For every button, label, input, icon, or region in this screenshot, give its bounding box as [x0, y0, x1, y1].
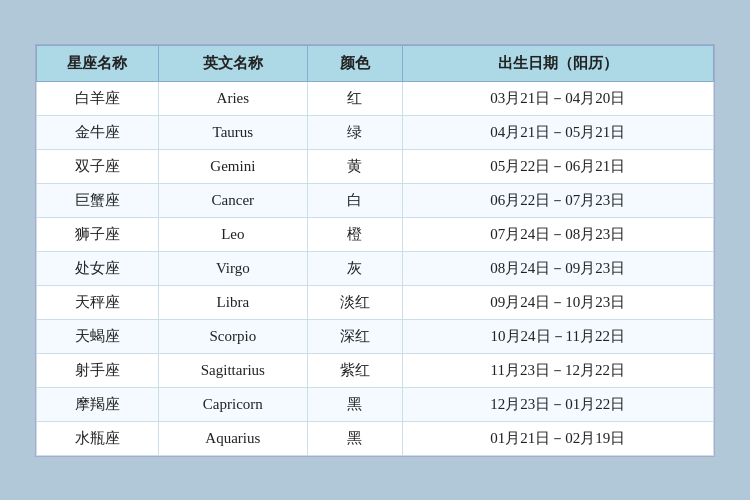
cell-zh: 水瓶座 [37, 421, 159, 455]
table-row: 巨蟹座Cancer白06月22日－07月23日 [37, 183, 714, 217]
cell-date: 08月24日－09月23日 [402, 251, 713, 285]
cell-zh: 摩羯座 [37, 387, 159, 421]
cell-en: Capricorn [158, 387, 307, 421]
cell-en: Taurus [158, 115, 307, 149]
cell-color: 黑 [307, 387, 402, 421]
cell-en: Cancer [158, 183, 307, 217]
cell-zh: 狮子座 [37, 217, 159, 251]
table-header-row: 星座名称 英文名称 颜色 出生日期（阳历） [37, 45, 714, 81]
cell-zh: 白羊座 [37, 81, 159, 115]
header-date: 出生日期（阳历） [402, 45, 713, 81]
table-row: 白羊座Aries红03月21日－04月20日 [37, 81, 714, 115]
cell-zh: 天秤座 [37, 285, 159, 319]
header-en: 英文名称 [158, 45, 307, 81]
cell-color: 红 [307, 81, 402, 115]
cell-color: 白 [307, 183, 402, 217]
table-row: 处女座Virgo灰08月24日－09月23日 [37, 251, 714, 285]
cell-date: 12月23日－01月22日 [402, 387, 713, 421]
table-row: 金牛座Taurus绿04月21日－05月21日 [37, 115, 714, 149]
cell-en: Virgo [158, 251, 307, 285]
zodiac-table: 星座名称 英文名称 颜色 出生日期（阳历） 白羊座Aries红03月21日－04… [36, 45, 714, 456]
cell-zh: 处女座 [37, 251, 159, 285]
cell-en: Aries [158, 81, 307, 115]
table-row: 天秤座Libra淡红09月24日－10月23日 [37, 285, 714, 319]
cell-date: 10月24日－11月22日 [402, 319, 713, 353]
zodiac-table-container: 星座名称 英文名称 颜色 出生日期（阳历） 白羊座Aries红03月21日－04… [35, 44, 715, 457]
cell-en: Aquarius [158, 421, 307, 455]
cell-color: 橙 [307, 217, 402, 251]
cell-date: 04月21日－05月21日 [402, 115, 713, 149]
cell-en: Sagittarius [158, 353, 307, 387]
cell-zh: 金牛座 [37, 115, 159, 149]
table-row: 双子座Gemini黄05月22日－06月21日 [37, 149, 714, 183]
cell-color: 绿 [307, 115, 402, 149]
cell-date: 07月24日－08月23日 [402, 217, 713, 251]
cell-color: 深红 [307, 319, 402, 353]
cell-color: 淡红 [307, 285, 402, 319]
cell-en: Libra [158, 285, 307, 319]
cell-date: 09月24日－10月23日 [402, 285, 713, 319]
table-row: 天蝎座Scorpio深红10月24日－11月22日 [37, 319, 714, 353]
cell-color: 黑 [307, 421, 402, 455]
cell-zh: 射手座 [37, 353, 159, 387]
cell-date: 06月22日－07月23日 [402, 183, 713, 217]
cell-zh: 双子座 [37, 149, 159, 183]
cell-en: Leo [158, 217, 307, 251]
cell-date: 01月21日－02月19日 [402, 421, 713, 455]
cell-en: Scorpio [158, 319, 307, 353]
header-zh: 星座名称 [37, 45, 159, 81]
cell-zh: 巨蟹座 [37, 183, 159, 217]
cell-color: 灰 [307, 251, 402, 285]
cell-color: 紫红 [307, 353, 402, 387]
table-row: 水瓶座Aquarius黑01月21日－02月19日 [37, 421, 714, 455]
cell-en: Gemini [158, 149, 307, 183]
cell-date: 03月21日－04月20日 [402, 81, 713, 115]
cell-zh: 天蝎座 [37, 319, 159, 353]
cell-date: 05月22日－06月21日 [402, 149, 713, 183]
header-color: 颜色 [307, 45, 402, 81]
table-row: 狮子座Leo橙07月24日－08月23日 [37, 217, 714, 251]
cell-color: 黄 [307, 149, 402, 183]
table-row: 摩羯座Capricorn黑12月23日－01月22日 [37, 387, 714, 421]
table-row: 射手座Sagittarius紫红11月23日－12月22日 [37, 353, 714, 387]
cell-date: 11月23日－12月22日 [402, 353, 713, 387]
